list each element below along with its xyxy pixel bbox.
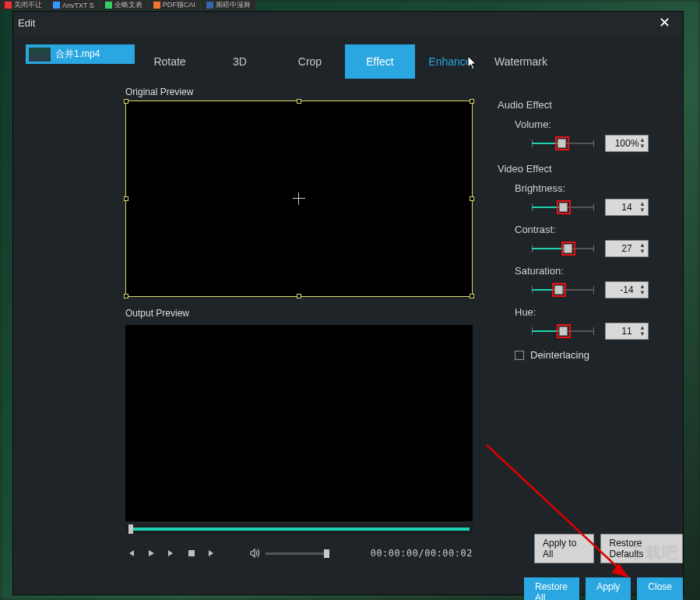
brightness-slider[interactable] <box>532 200 594 214</box>
highlight-box <box>557 200 571 214</box>
output-preview-label: Output Preview <box>124 303 482 322</box>
play-button[interactable] <box>146 548 157 559</box>
svg-rect-0 <box>188 550 195 556</box>
brightness-label: Brightness: <box>515 182 684 194</box>
crop-handle-tm[interactable] <box>297 99 301 104</box>
crop-handle-mr[interactable] <box>470 196 474 201</box>
svg-marker-2 <box>611 563 628 577</box>
stop-button[interactable] <box>186 548 197 559</box>
saturation-value-input[interactable]: -14▲▼ <box>605 281 649 298</box>
dialog-title: Edit <box>18 17 35 29</box>
tab-watermark[interactable]: Watermark <box>485 44 557 79</box>
hue-label: Hue: <box>515 306 684 318</box>
volume-label: Volume: <box>515 118 684 130</box>
timeline[interactable] <box>125 524 473 534</box>
highlight-box <box>555 136 569 150</box>
contrast-slider[interactable] <box>532 242 594 256</box>
volume-slider[interactable] <box>266 552 329 555</box>
crop-handle-br[interactable] <box>470 294 474 298</box>
original-preview-area[interactable] <box>125 101 473 297</box>
edit-dialog: Edit ✕ 合并1.mp4 Rotate 3D Crop Effect Enh… <box>12 11 684 595</box>
volume-value-input[interactable]: 100%▲▼ <box>605 135 649 152</box>
apply-to-all-button[interactable]: Apply to All <box>534 534 594 563</box>
timeline-playhead[interactable] <box>128 524 133 534</box>
crop-handle-bm[interactable] <box>297 294 301 298</box>
original-preview-label: Original Preview <box>124 82 482 101</box>
end-button[interactable] <box>206 548 217 559</box>
deinterlacing-checkbox[interactable] <box>515 351 524 360</box>
playback-controls: 00:00:00/00:00:02 <box>125 548 473 559</box>
time-display: 00:00:00/00:00:02 <box>371 548 473 559</box>
crop-handle-ml[interactable] <box>124 196 128 201</box>
saturation-slider[interactable] <box>532 283 594 297</box>
close-button[interactable]: Close <box>637 577 683 600</box>
file-name-label: 合并1.mp4 <box>55 48 100 61</box>
hue-value-input[interactable]: 11▲▼ <box>605 323 649 340</box>
restore-all-button[interactable]: Restore All <box>524 577 579 600</box>
highlight-box <box>557 324 571 338</box>
effect-panel: Audio Effect Volume: 100%▲▼ Video Effect… <box>482 79 684 361</box>
crop-handle-bl[interactable] <box>124 294 128 298</box>
highlight-box <box>552 283 566 297</box>
deinterlacing-label: Deinterlacing <box>530 349 589 361</box>
browser-tabs-row: 关闭不让 AnvTXT S 全略文表 PDF猫CAI 黑暗中漫舞 <box>0 0 700 10</box>
annotation-arrow-icon <box>480 439 660 595</box>
video-effect-label: Video Effect <box>498 163 684 175</box>
effect-tabs: Rotate 3D Crop Effect Enhance Watermark <box>135 44 697 79</box>
close-icon[interactable]: ✕ <box>653 12 677 33</box>
saturation-label: Saturation: <box>515 265 684 277</box>
audio-effect-label: Audio Effect <box>498 99 684 111</box>
tab-3d[interactable]: 3D <box>205 44 275 79</box>
tab-crop[interactable]: Crop <box>275 44 345 79</box>
brightness-value-input[interactable]: 14▲▼ <box>605 199 649 216</box>
volume-slider-effect[interactable] <box>532 136 594 150</box>
file-thumb[interactable]: 合并1.mp4 <box>26 44 135 64</box>
crop-handle-tl[interactable] <box>124 99 128 104</box>
tab-rotate[interactable]: Rotate <box>135 44 205 79</box>
crop-handle-tr[interactable] <box>470 99 474 104</box>
crosshair-icon <box>293 192 305 205</box>
highlight-box <box>561 242 575 256</box>
contrast-value-input[interactable]: 27▲▼ <box>605 240 649 257</box>
cursor-icon <box>467 55 478 71</box>
output-preview-area <box>125 325 473 521</box>
next-frame-button[interactable] <box>166 548 177 559</box>
volume-slider-thumb[interactable] <box>324 549 329 558</box>
watermark-text: 下载吧 <box>629 542 678 563</box>
apply-button[interactable]: Apply <box>586 577 631 600</box>
hue-slider[interactable] <box>532 324 594 338</box>
tab-effect[interactable]: Effect <box>345 44 415 79</box>
contrast-label: Contrast: <box>515 224 684 235</box>
titlebar: Edit ✕ <box>13 12 683 34</box>
file-thumbnail-image <box>29 48 51 62</box>
volume-icon[interactable] <box>250 548 261 559</box>
prev-frame-button[interactable] <box>125 548 136 559</box>
